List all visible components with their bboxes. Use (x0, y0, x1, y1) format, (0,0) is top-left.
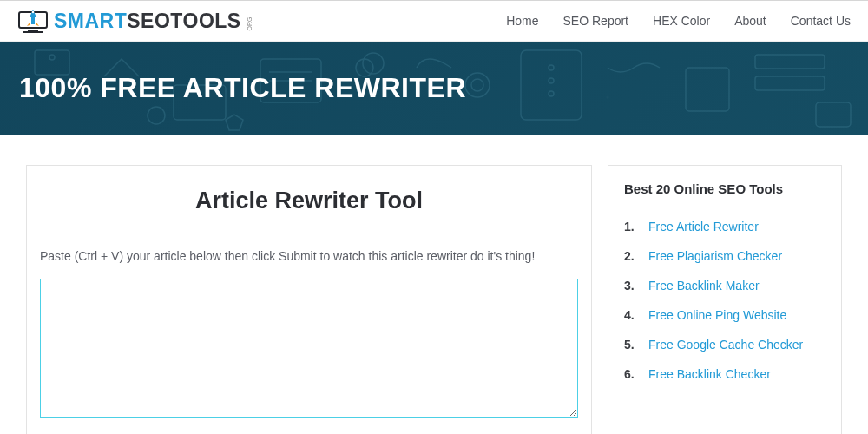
svg-rect-21 (816, 102, 851, 127)
item-number: 3. (624, 279, 638, 293)
nav-home[interactable]: Home (506, 14, 538, 28)
tool-link[interactable]: Free Backlink Checker (648, 367, 771, 381)
main-panel: Article Rewriter Tool Paste (Ctrl + V) y… (26, 165, 592, 434)
tool-link[interactable]: Free Plagiarism Checker (648, 249, 782, 263)
svg-point-22 (148, 107, 165, 124)
tool-link[interactable]: Free Backlink Maker (648, 279, 760, 293)
logo-text: SMARTSEOTOOLS (54, 10, 241, 33)
item-number: 1. (624, 220, 638, 233)
article-input[interactable] (40, 279, 578, 418)
site-header: SMARTSEOTOOLS ORG Home SEO Report HEX Co… (0, 1, 868, 42)
logo-word-seo: SEO (127, 10, 170, 32)
site-logo[interactable]: SMARTSEOTOOLS ORG (17, 7, 257, 35)
logo-word-smart: SMART (54, 10, 127, 32)
nav-about[interactable]: About (734, 14, 766, 28)
list-item: 4.Free Online Ping Website (624, 300, 825, 330)
item-number: 4. (624, 308, 638, 322)
svg-rect-1 (28, 30, 38, 31)
list-item: 6.Free Backlink Checker (624, 359, 825, 389)
svg-point-5 (49, 55, 55, 60)
tools-list: 1.Free Article Rewriter 2.Free Plagiaris… (624, 212, 825, 389)
sidebar-title: Best 20 Online SEO Tools (624, 181, 825, 196)
tool-title: Article Rewriter Tool (40, 187, 578, 214)
nav-hex-color[interactable]: HEX Color (653, 14, 710, 28)
item-number: 2. (624, 249, 638, 263)
logo-org-label: ORG (247, 16, 253, 30)
logo-word-tools: TOOLS (170, 10, 240, 32)
svg-rect-4 (35, 50, 69, 75)
svg-point-3 (32, 11, 35, 14)
rocket-monitor-icon (17, 7, 49, 35)
page-title: 100% FREE ARTICLE REWRITER (19, 72, 849, 104)
tool-link[interactable]: Free Online Ping Website (648, 308, 786, 322)
tool-link[interactable]: Free Article Rewriter (648, 220, 759, 233)
list-item: 5.Free Google Cache Checker (624, 330, 825, 359)
hero-banner: 100% FREE ARTICLE REWRITER (0, 42, 868, 135)
list-item: 2.Free Plagiarism Checker (624, 241, 825, 271)
nav-contact[interactable]: Contact Us (791, 14, 851, 28)
tool-link[interactable]: Free Google Cache Checker (648, 338, 803, 352)
item-number: 5. (624, 338, 638, 352)
primary-nav: Home SEO Report HEX Color About Contact … (506, 14, 851, 28)
nav-seo-report[interactable]: SEO Report (563, 14, 628, 28)
list-item: 1.Free Article Rewriter (624, 212, 825, 241)
list-item: 3.Free Backlink Maker (624, 271, 825, 300)
svg-rect-19 (755, 55, 825, 69)
sidebar: Best 20 Online SEO Tools 1.Free Article … (608, 165, 842, 434)
instruction-text: Paste (Ctrl + V) your article below then… (40, 249, 578, 263)
item-number: 6. (624, 367, 638, 381)
content-area: Article Rewriter Tool Paste (Ctrl + V) y… (0, 135, 868, 434)
svg-point-15 (549, 65, 554, 70)
